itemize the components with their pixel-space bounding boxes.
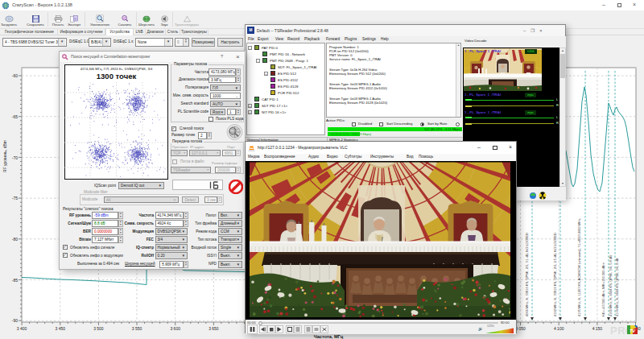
svg-text:4 100: 4 100 xyxy=(554,326,564,331)
svg-text:-85: -85 xyxy=(12,278,18,283)
svg-text:-65: -65 xyxy=(12,114,18,119)
svg-text:-70: -70 xyxy=(12,155,18,160)
svg-text:4066 MHz, H, 33810 KS, QPSK, 2: 4066 MHz, H, 33810 KS, QPSK, 2/3, 3.1 dB… xyxy=(525,233,529,316)
svg-text:RF уровень, dBm: RF уровень, dBm xyxy=(2,140,7,172)
svg-text:4 050: 4 050 xyxy=(515,326,526,331)
svg-text:3 650: 3 650 xyxy=(208,326,219,331)
svg-text:Частота, МГц: Частота, МГц xyxy=(314,334,344,339)
svg-text:3 600: 3 600 xyxy=(170,326,180,331)
svg-text:-60: -60 xyxy=(12,73,18,78)
svg-text:3 450: 3 450 xyxy=(56,326,66,331)
svg-text:4 150: 4 150 xyxy=(592,326,603,331)
svg-text:3 400: 3 400 xyxy=(17,326,27,331)
svg-text:-75: -75 xyxy=(12,196,18,201)
svg-text:-80: -80 xyxy=(12,237,18,242)
svg-text:TV: TV xyxy=(630,329,636,333)
svg-text:4102 MHz, H, 33810 KS, QPSK, 2: 4102 MHz, H, 33810 KS, QPSK, 2/3, 2.5 dB… xyxy=(553,233,557,316)
svg-text:-90: -90 xyxy=(12,318,18,323)
svg-text:HE=+63.500 dBm, WR=100.300 dBm: HE=+63.500 dBm, WR=100.300 dBm xyxy=(601,263,605,316)
svg-text:3 500: 3 500 xyxy=(93,326,104,331)
svg-text:4174 MHz, H, 4924 KS, QPSK, 3/: 4174 MHz, H, 4924 KS, QPSK, 3/4, 8 dB xyxy=(615,258,619,316)
svg-text:4160 MHz, H, 4924 KS, QPSK, 3/: 4160 MHz, H, 4924 KS, QPSK, 3/4, 5.8 dB xyxy=(609,255,613,316)
svg-text:4135 MHz, H, 11267 KS, ACM/VCM: 4135 MHz, H, 11267 KS, ACM/VCM (unknown)… xyxy=(577,218,581,316)
svg-text:3 550: 3 550 xyxy=(132,326,142,331)
